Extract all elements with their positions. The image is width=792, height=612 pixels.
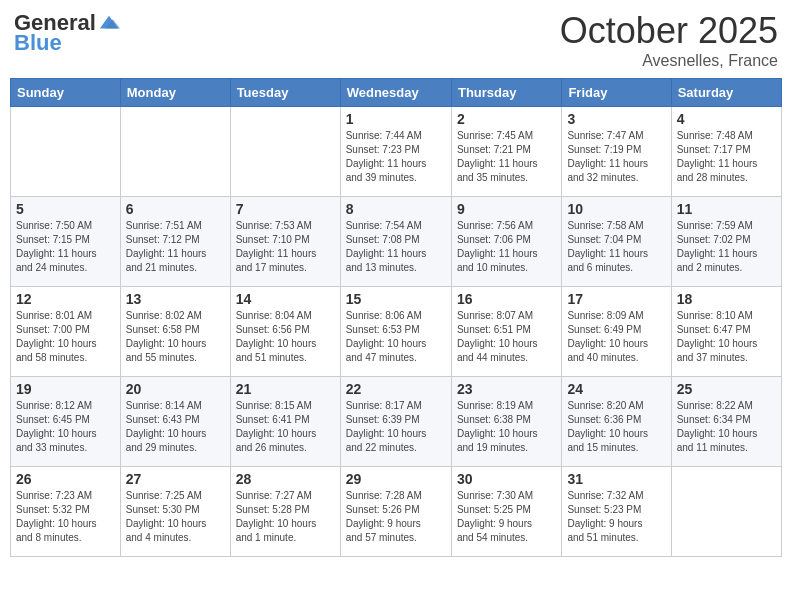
day-number: 28 xyxy=(236,471,335,487)
day-info: Sunrise: 7:32 AM Sunset: 5:23 PM Dayligh… xyxy=(567,489,665,545)
day-cell: 21Sunrise: 8:15 AM Sunset: 6:41 PM Dayli… xyxy=(230,377,340,467)
day-cell: 15Sunrise: 8:06 AM Sunset: 6:53 PM Dayli… xyxy=(340,287,451,377)
day-cell: 28Sunrise: 7:27 AM Sunset: 5:28 PM Dayli… xyxy=(230,467,340,557)
day-info: Sunrise: 8:22 AM Sunset: 6:34 PM Dayligh… xyxy=(677,399,776,455)
day-number: 14 xyxy=(236,291,335,307)
day-info: Sunrise: 8:02 AM Sunset: 6:58 PM Dayligh… xyxy=(126,309,225,365)
day-cell: 26Sunrise: 7:23 AM Sunset: 5:32 PM Dayli… xyxy=(11,467,121,557)
day-cell: 23Sunrise: 8:19 AM Sunset: 6:38 PM Dayli… xyxy=(451,377,561,467)
day-number: 8 xyxy=(346,201,446,217)
location-subtitle: Avesnelles, France xyxy=(560,52,778,70)
day-info: Sunrise: 8:10 AM Sunset: 6:47 PM Dayligh… xyxy=(677,309,776,365)
day-cell: 25Sunrise: 8:22 AM Sunset: 6:34 PM Dayli… xyxy=(671,377,781,467)
day-cell: 13Sunrise: 8:02 AM Sunset: 6:58 PM Dayli… xyxy=(120,287,230,377)
day-cell: 1Sunrise: 7:44 AM Sunset: 7:23 PM Daylig… xyxy=(340,107,451,197)
week-row-3: 12Sunrise: 8:01 AM Sunset: 7:00 PM Dayli… xyxy=(11,287,782,377)
day-number: 12 xyxy=(16,291,115,307)
day-info: Sunrise: 7:56 AM Sunset: 7:06 PM Dayligh… xyxy=(457,219,556,275)
day-cell: 8Sunrise: 7:54 AM Sunset: 7:08 PM Daylig… xyxy=(340,197,451,287)
day-number: 20 xyxy=(126,381,225,397)
day-number: 4 xyxy=(677,111,776,127)
day-cell xyxy=(120,107,230,197)
day-number: 2 xyxy=(457,111,556,127)
day-info: Sunrise: 7:59 AM Sunset: 7:02 PM Dayligh… xyxy=(677,219,776,275)
day-info: Sunrise: 7:27 AM Sunset: 5:28 PM Dayligh… xyxy=(236,489,335,545)
day-info: Sunrise: 7:30 AM Sunset: 5:25 PM Dayligh… xyxy=(457,489,556,545)
day-cell xyxy=(671,467,781,557)
logo: General Blue xyxy=(14,10,120,56)
weekday-header-friday: Friday xyxy=(562,79,671,107)
day-info: Sunrise: 7:51 AM Sunset: 7:12 PM Dayligh… xyxy=(126,219,225,275)
weekday-header-saturday: Saturday xyxy=(671,79,781,107)
day-number: 3 xyxy=(567,111,665,127)
day-cell: 3Sunrise: 7:47 AM Sunset: 7:19 PM Daylig… xyxy=(562,107,671,197)
logo-icon xyxy=(98,12,120,34)
day-number: 21 xyxy=(236,381,335,397)
day-info: Sunrise: 7:50 AM Sunset: 7:15 PM Dayligh… xyxy=(16,219,115,275)
day-cell: 24Sunrise: 8:20 AM Sunset: 6:36 PM Dayli… xyxy=(562,377,671,467)
weekday-header-tuesday: Tuesday xyxy=(230,79,340,107)
day-number: 25 xyxy=(677,381,776,397)
week-row-1: 1Sunrise: 7:44 AM Sunset: 7:23 PM Daylig… xyxy=(11,107,782,197)
day-cell: 9Sunrise: 7:56 AM Sunset: 7:06 PM Daylig… xyxy=(451,197,561,287)
day-number: 18 xyxy=(677,291,776,307)
day-number: 27 xyxy=(126,471,225,487)
day-info: Sunrise: 8:19 AM Sunset: 6:38 PM Dayligh… xyxy=(457,399,556,455)
day-number: 22 xyxy=(346,381,446,397)
day-number: 24 xyxy=(567,381,665,397)
day-cell: 11Sunrise: 7:59 AM Sunset: 7:02 PM Dayli… xyxy=(671,197,781,287)
day-info: Sunrise: 8:04 AM Sunset: 6:56 PM Dayligh… xyxy=(236,309,335,365)
month-title: October 2025 xyxy=(560,10,778,52)
day-cell: 27Sunrise: 7:25 AM Sunset: 5:30 PM Dayli… xyxy=(120,467,230,557)
day-info: Sunrise: 8:20 AM Sunset: 6:36 PM Dayligh… xyxy=(567,399,665,455)
day-cell: 30Sunrise: 7:30 AM Sunset: 5:25 PM Dayli… xyxy=(451,467,561,557)
day-info: Sunrise: 7:45 AM Sunset: 7:21 PM Dayligh… xyxy=(457,129,556,185)
day-info: Sunrise: 7:28 AM Sunset: 5:26 PM Dayligh… xyxy=(346,489,446,545)
week-row-2: 5Sunrise: 7:50 AM Sunset: 7:15 PM Daylig… xyxy=(11,197,782,287)
day-cell: 12Sunrise: 8:01 AM Sunset: 7:00 PM Dayli… xyxy=(11,287,121,377)
day-number: 1 xyxy=(346,111,446,127)
day-number: 19 xyxy=(16,381,115,397)
page-header: General Blue October 2025 Avesnelles, Fr… xyxy=(10,10,782,70)
day-number: 30 xyxy=(457,471,556,487)
day-number: 6 xyxy=(126,201,225,217)
weekday-header-sunday: Sunday xyxy=(11,79,121,107)
day-number: 23 xyxy=(457,381,556,397)
week-row-4: 19Sunrise: 8:12 AM Sunset: 6:45 PM Dayli… xyxy=(11,377,782,467)
day-cell: 5Sunrise: 7:50 AM Sunset: 7:15 PM Daylig… xyxy=(11,197,121,287)
day-cell: 10Sunrise: 7:58 AM Sunset: 7:04 PM Dayli… xyxy=(562,197,671,287)
day-info: Sunrise: 8:12 AM Sunset: 6:45 PM Dayligh… xyxy=(16,399,115,455)
day-cell: 7Sunrise: 7:53 AM Sunset: 7:10 PM Daylig… xyxy=(230,197,340,287)
day-cell xyxy=(230,107,340,197)
title-section: October 2025 Avesnelles, France xyxy=(560,10,778,70)
week-row-5: 26Sunrise: 7:23 AM Sunset: 5:32 PM Dayli… xyxy=(11,467,782,557)
weekday-header-wednesday: Wednesday xyxy=(340,79,451,107)
day-number: 29 xyxy=(346,471,446,487)
day-info: Sunrise: 7:44 AM Sunset: 7:23 PM Dayligh… xyxy=(346,129,446,185)
day-cell: 6Sunrise: 7:51 AM Sunset: 7:12 PM Daylig… xyxy=(120,197,230,287)
logo-blue-text: Blue xyxy=(14,30,62,56)
day-cell: 17Sunrise: 8:09 AM Sunset: 6:49 PM Dayli… xyxy=(562,287,671,377)
day-number: 16 xyxy=(457,291,556,307)
day-cell: 2Sunrise: 7:45 AM Sunset: 7:21 PM Daylig… xyxy=(451,107,561,197)
day-info: Sunrise: 8:17 AM Sunset: 6:39 PM Dayligh… xyxy=(346,399,446,455)
day-number: 10 xyxy=(567,201,665,217)
day-number: 13 xyxy=(126,291,225,307)
day-cell: 22Sunrise: 8:17 AM Sunset: 6:39 PM Dayli… xyxy=(340,377,451,467)
day-info: Sunrise: 8:01 AM Sunset: 7:00 PM Dayligh… xyxy=(16,309,115,365)
day-info: Sunrise: 8:09 AM Sunset: 6:49 PM Dayligh… xyxy=(567,309,665,365)
day-info: Sunrise: 7:48 AM Sunset: 7:17 PM Dayligh… xyxy=(677,129,776,185)
day-cell: 19Sunrise: 8:12 AM Sunset: 6:45 PM Dayli… xyxy=(11,377,121,467)
day-cell xyxy=(11,107,121,197)
day-info: Sunrise: 8:15 AM Sunset: 6:41 PM Dayligh… xyxy=(236,399,335,455)
calendar-table: SundayMondayTuesdayWednesdayThursdayFrid… xyxy=(10,78,782,557)
day-cell: 18Sunrise: 8:10 AM Sunset: 6:47 PM Dayli… xyxy=(671,287,781,377)
day-info: Sunrise: 8:07 AM Sunset: 6:51 PM Dayligh… xyxy=(457,309,556,365)
weekday-header-thursday: Thursday xyxy=(451,79,561,107)
day-info: Sunrise: 7:25 AM Sunset: 5:30 PM Dayligh… xyxy=(126,489,225,545)
day-info: Sunrise: 7:54 AM Sunset: 7:08 PM Dayligh… xyxy=(346,219,446,275)
day-number: 7 xyxy=(236,201,335,217)
day-number: 17 xyxy=(567,291,665,307)
day-number: 9 xyxy=(457,201,556,217)
day-info: Sunrise: 8:14 AM Sunset: 6:43 PM Dayligh… xyxy=(126,399,225,455)
